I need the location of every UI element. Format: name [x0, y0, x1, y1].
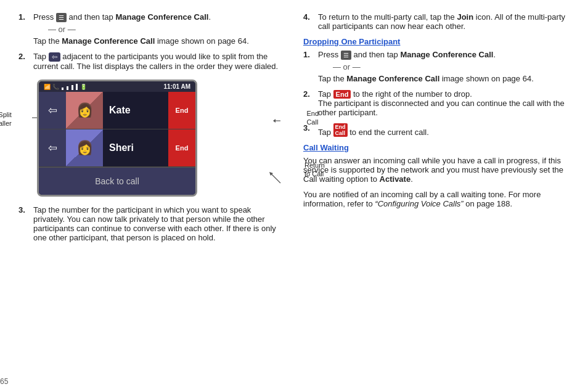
call-waiting-para1: You can answer an incoming call while yo…: [303, 156, 570, 184]
right-column: 4. To return to the multi-party call, ta…: [303, 12, 570, 248]
d-step1-or: — or —: [333, 62, 570, 71]
end-btn-sheri[interactable]: End: [168, 129, 195, 166]
back-to-call-bar[interactable]: Back to call: [39, 167, 195, 195]
end-call-badge: EndCall: [333, 123, 348, 137]
step-1-num: 1.: [18, 12, 28, 46]
d-step2-post: to the right of the number to drop.: [353, 89, 472, 99]
d-step1-tap: Tap the: [318, 74, 346, 83]
step-1-or: — or —: [48, 25, 285, 34]
step-1-tap: Tap the: [33, 36, 62, 46]
split-btn-kate[interactable]: ⇦: [39, 92, 66, 129]
activate-bold: Activate: [380, 174, 411, 184]
step-2-content: Tap ⇦ adjacent to the participants you w…: [33, 52, 285, 71]
dropping-step-2: 2. Tap End to the right of the number to…: [303, 89, 570, 117]
step-1-text1: Press: [33, 12, 54, 22]
kate-name: Kate: [103, 105, 168, 116]
step-1-tap2: image shown on page 64.: [155, 36, 249, 46]
left-step-1: 1. Press ☰ and then tap Manage Conferenc…: [18, 12, 285, 46]
phone-screen: 📶 📞 🔋 11:01 AM: [37, 80, 197, 197]
status-icons: 📶 📞 🔋: [44, 83, 87, 90]
d-step3-text2: to end the current call.: [349, 128, 429, 137]
phone-mockup-container: SplitCaller 📶 📞: [37, 80, 285, 197]
end-label-sheri: End: [176, 144, 189, 152]
step-2-text2: adjacent to the participants you would l…: [33, 52, 278, 71]
split-arrow-icon-sheri: ⇦: [48, 141, 57, 155]
configuring-voice-calls-italic: “Configuring Voice Calls”: [375, 199, 463, 208]
caller-row-sheri[interactable]: ⇦ 👩 Sheri End: [39, 129, 195, 167]
left-step-3: 3. Tap the number for the participant in…: [18, 205, 285, 242]
status-time: 11:01 AM: [163, 83, 190, 90]
split-arrow-icon-kate: ⇦: [48, 104, 57, 117]
sheri-photo: 👩: [66, 129, 103, 166]
svg-marker-2: [273, 119, 276, 123]
step-1-content: Press ☰ and then tap Manage Conference C…: [33, 12, 285, 46]
d-step1-tap2: image shown on page 64.: [439, 74, 534, 83]
step-3-num: 3.: [18, 205, 28, 242]
d-step1-bold1: Manage Conference Call: [400, 50, 493, 59]
dropping-step-1-num: 1.: [303, 50, 313, 83]
dropping-step-1: 1. Press ☰ and then tap Manage Conferenc…: [303, 50, 570, 83]
d-step1-bold2: Manage Conference Call: [346, 74, 439, 83]
caller-row-kate[interactable]: ⇦ 👩 Kate End: [39, 92, 195, 129]
end-badge: End: [333, 90, 351, 99]
wifi-icon: 📶: [44, 84, 51, 90]
svg-line-3: [272, 174, 280, 183]
call-waiting-para2: You are notified of an incoming call by …: [303, 190, 570, 208]
step-4-bold: Join: [457, 12, 473, 22]
battery-icon: 🔋: [80, 84, 87, 90]
d-step3-text1: Tap: [318, 128, 333, 137]
annotation-split-caller: SplitCaller: [0, 110, 12, 128]
kate-photo: 👩: [66, 92, 103, 129]
step-4-text1: To return to the multi-party call, tap t…: [318, 12, 457, 22]
d-menu-icon: ☰: [341, 51, 351, 60]
annotation-end-call: EndCall: [306, 109, 319, 127]
dropping-step-2-content: Tap End to the right of the number to dr…: [318, 89, 570, 117]
d-step2-pre: Tap: [318, 89, 333, 99]
split-btn-sheri[interactable]: ⇦: [39, 129, 66, 166]
end-btn-kate[interactable]: End: [168, 92, 195, 129]
signal-bars: [61, 83, 78, 90]
step-3-content: Tap the number for the participant in wh…: [33, 205, 285, 242]
end-label-kate: End: [176, 107, 189, 114]
dropping-section-title: Dropping One Participant: [303, 37, 570, 46]
left-column: 1. Press ☰ and then tap Manage Conferenc…: [18, 12, 285, 248]
step-1-bold2: Manage Conference Call: [62, 36, 155, 46]
step-1-bold1: Manage Conference Call: [115, 12, 208, 22]
step-2-text1: Tap: [33, 52, 49, 61]
svg-marker-4: [269, 172, 273, 176]
dropping-step-3: 3. Tap EndCall to end the current call.: [303, 123, 570, 137]
step-4-num: 4.: [303, 12, 313, 31]
phone-status-bar: 📶 📞 🔋 11:01 AM: [39, 81, 195, 92]
right-step-4: 4. To return to the multi-party call, ta…: [303, 12, 570, 31]
call-waiting-title: Call Waiting: [303, 143, 570, 152]
split-icon-inline: ⇦: [49, 52, 60, 62]
page-number: 65: [0, 377, 8, 386]
annotation-return-to-call: Returnto Call: [304, 161, 325, 179]
step-1-text2: and then tap: [68, 12, 115, 22]
dropping-step-1-content: Press ☰ and then tap Manage Conference C…: [318, 50, 570, 83]
step-2-num: 2.: [18, 52, 28, 71]
sheri-name: Sheri: [103, 142, 168, 153]
back-to-call-label: Back to call: [95, 176, 139, 186]
d-step1-text2: and then tap: [353, 50, 400, 59]
arrow-end-call: [273, 116, 282, 125]
d-step1-text1: Press: [318, 50, 338, 59]
left-step-2: 2. Tap ⇦ adjacent to the participants yo…: [18, 52, 285, 71]
step-4-content: To return to the multi-party call, tap t…: [318, 12, 570, 31]
menu-icon: ☰: [56, 13, 67, 22]
arrow-return-call: [269, 172, 282, 184]
d-step2-text2: The participant is disconnected and you …: [318, 99, 565, 117]
call-icon: 📞: [52, 84, 59, 90]
dropping-step-3-content: Tap EndCall to end the current call.: [318, 123, 570, 137]
